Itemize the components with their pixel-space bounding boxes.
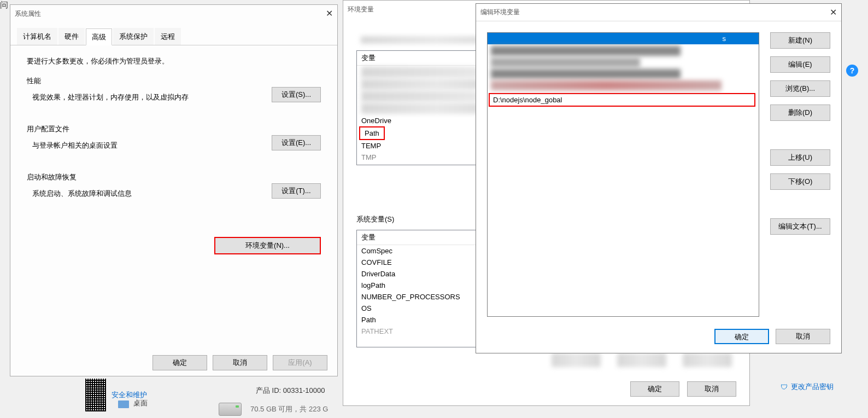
- change-product-key-link[interactable]: 更改产品密钥: [781, 382, 834, 392]
- path-item-nodejs[interactable]: D:\nodejs\node_gobal: [489, 93, 755, 107]
- drive-icon: [219, 403, 242, 416]
- profile-title: 用户配置文件: [27, 124, 321, 134]
- change-key-text: 更改产品密钥: [791, 382, 834, 392]
- browse-button[interactable]: 浏览(B)...: [770, 80, 830, 97]
- apply-button[interactable]: 应用(A): [273, 355, 327, 370]
- blurred-path: [491, 46, 681, 56]
- blurred-button: [617, 353, 666, 367]
- shield-icon: [781, 383, 788, 391]
- ok-button[interactable]: 确定: [630, 381, 679, 397]
- profile-settings-button[interactable]: 设置(E)...: [272, 135, 321, 150]
- cancel-button[interactable]: 取消: [213, 355, 267, 370]
- dialog-title: 环境变量: [348, 5, 374, 14]
- blurred-button: [683, 353, 732, 367]
- delete-button[interactable]: 删除(D): [770, 104, 830, 121]
- product-id-label: 产品 ID: 00331-10000: [256, 386, 325, 396]
- close-icon[interactable]: ✕: [830, 7, 837, 18]
- cancel-button[interactable]: 取消: [776, 329, 830, 344]
- performance-group: 性能 视觉效果，处理器计划，内存使用，以及虚拟内存 设置(S)...: [27, 76, 321, 102]
- side-buttons: 新建(N) 编辑(E) 浏览(B)... 删除(D) 上移(U) 下移(O) 编…: [770, 32, 830, 317]
- edit-text-button[interactable]: 编辑文本(T)...: [770, 218, 830, 235]
- admin-note: 要进行大多数更改，你必须作为管理员登录。: [27, 56, 321, 66]
- titlebar: 系统属性 ✕: [10, 5, 337, 22]
- perf-settings-button[interactable]: 设置(S)...: [272, 87, 321, 102]
- folder-icon: [118, 400, 129, 408]
- startup-group: 启动和故障恢复 系统启动、系统故障和调试信息 设置(T)...: [27, 172, 321, 199]
- list-item-path[interactable]: Path: [359, 126, 385, 140]
- blurred-path: [491, 57, 640, 67]
- user-profile-group: 用户配置文件 与登录帐户相关的桌面设置 设置(E)...: [27, 124, 321, 150]
- dialog-body: s D:\nodejs\node_gobal 新建(N) 编辑(E) 浏览(B)…: [476, 21, 841, 328]
- perf-title: 性能: [27, 76, 321, 86]
- ok-button[interactable]: 确定: [714, 329, 769, 344]
- tab-hardware[interactable]: 硬件: [58, 28, 85, 45]
- dialog-title: 系统属性: [15, 9, 41, 19]
- desktop-item[interactable]: 桌面: [118, 398, 148, 408]
- drive-row: 70.5 GB 可用，共 223 G: [219, 403, 328, 416]
- blurred-path: [491, 80, 722, 90]
- startup-title: 启动和故障恢复: [27, 172, 321, 182]
- edit-env-variable-dialog: 编辑环境变量 ✕ s D:\nodejs\node_gobal 新建(N) 编辑…: [476, 3, 842, 353]
- desktop-label: 桌面: [133, 398, 148, 408]
- tab-remote[interactable]: 远程: [155, 28, 181, 45]
- tab-system-protection[interactable]: 系统保护: [113, 28, 154, 45]
- close-icon[interactable]: ✕: [326, 8, 333, 19]
- dialog-title: 编辑环境变量: [480, 8, 520, 17]
- tab-advanced[interactable]: 高级: [86, 28, 112, 45]
- tab-computer-name[interactable]: 计算机名: [17, 28, 57, 45]
- hidden-buttons-row: [547, 352, 736, 368]
- ok-button[interactable]: 确定: [153, 355, 207, 370]
- path-item-selected[interactable]: s: [488, 33, 759, 44]
- system-properties-dialog: 系统属性 ✕ 计算机名 硬件 高级 系统保护 远程 要进行大多数更改，你必须作为…: [10, 4, 338, 376]
- startup-settings-button[interactable]: 设置(T)...: [272, 183, 321, 199]
- move-up-button[interactable]: 上移(U): [770, 149, 830, 166]
- move-down-button[interactable]: 下移(O): [770, 173, 830, 190]
- disk-info: 70.5 GB 可用，共 223 G: [250, 404, 328, 414]
- cancel-button[interactable]: 取消: [687, 381, 736, 397]
- help-icon[interactable]: ?: [846, 65, 858, 77]
- path-list[interactable]: s D:\nodejs\node_gobal: [487, 32, 759, 317]
- blurred-button: [552, 353, 601, 367]
- edit-button[interactable]: 编辑(E): [770, 56, 830, 73]
- selected-path-suffix: s: [723, 34, 726, 43]
- dialog-buttons: 确定 取消 应用(A): [153, 355, 327, 370]
- titlebar: 编辑环境变量 ✕: [476, 4, 841, 21]
- qr-icon: [85, 379, 106, 411]
- dialog-buttons: 确定 取消: [714, 329, 830, 344]
- new-button[interactable]: 新建(N): [770, 32, 830, 49]
- dialog-buttons: 确定 取消: [630, 381, 736, 397]
- bg-fragment-text: 问: [0, 0, 8, 10]
- blurred-path: [491, 69, 681, 79]
- env-variables-button[interactable]: 环境变量(N)...: [214, 237, 321, 254]
- dialog-body: 要进行大多数更改，你必须作为管理员登录。 性能 视觉效果，处理器计划，内存使用，…: [10, 45, 337, 231]
- tabs: 计算机名 硬件 高级 系统保护 远程: [10, 22, 337, 45]
